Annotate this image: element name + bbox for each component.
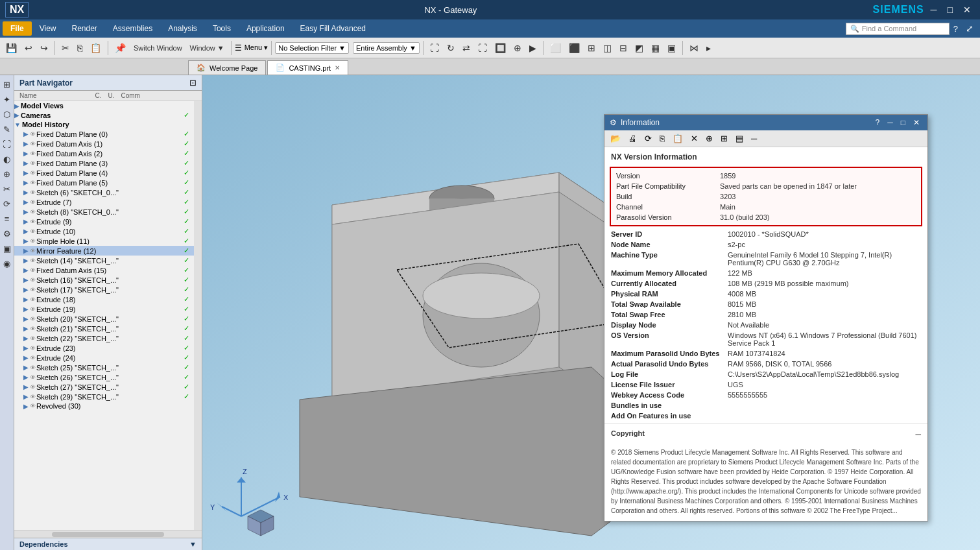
application-menu[interactable]: Application [239,21,293,36]
visibility-icon[interactable]: 👁 [30,228,36,235]
nav-tree-item[interactable]: ▶👁Fixed Datum Plane (3)✓ [14,158,194,168]
sidebar-icon-5[interactable]: ⛶ [0,138,14,151]
info-paste-btn[interactable]: 📋 [669,132,686,145]
find-command-box[interactable]: 🔍 Find a Command [846,23,950,35]
toolbar-btn2[interactable]: ↻ [444,41,458,55]
nav-tree-item[interactable]: ▶👁Fixed Datum Axis (2)✓ [14,149,194,158]
sidebar-icon-9[interactable]: ⟳ [0,197,14,211]
toolbar-btn1[interactable]: ⛶ [427,41,442,55]
nav-tree-item[interactable]: ▶👁Extrude (18)✓ [14,294,194,304]
visibility-icon[interactable]: 👁 [30,296,36,303]
visibility-icon[interactable]: 👁 [30,403,36,409]
visibility-icon[interactable]: 👁 [30,160,36,167]
info-collapse-btn[interactable]: ▤ [732,132,747,145]
info-copy-btn[interactable]: ⎘ [656,132,668,145]
toolbar-switch-window[interactable]: Switch Window [130,42,185,54]
nav-tree-item[interactable]: ▶👁Sketch (22) "SKETCH_..."✓ [14,333,194,343]
copyright-minimize-icon[interactable]: ─ [915,430,921,439]
sidebar-icon-7[interactable]: ⊕ [0,167,14,181]
info-help-button[interactable]: ? [873,117,883,128]
visibility-icon[interactable]: 👁 [30,355,36,361]
welcome-page-tab[interactable]: 🏠 Welcome Page [188,60,266,75]
navigator-scrollbar[interactable] [194,101,202,530]
dependencies-bar[interactable]: Dependencies ▼ [14,538,202,550]
info-zoom-fit-btn[interactable]: ⊕ [702,132,716,145]
file-menu[interactable]: File [3,21,32,36]
view-menu[interactable]: View [32,21,64,36]
visibility-icon[interactable]: 👁 [30,326,36,332]
nav-tree-item[interactable]: ▶👁Fixed Datum Plane (4)✓ [14,168,194,178]
toolbar-display8[interactable]: ▣ [664,41,679,55]
sidebar-icon-8[interactable]: ✂ [0,182,14,196]
sidebar-icon-6[interactable]: ◐ [0,152,14,166]
help-button[interactable]: ? [950,23,962,35]
toolbar-display3[interactable]: ⊞ [584,41,599,55]
toolbar-snap2[interactable]: ⋈ [686,41,702,55]
visibility-icon[interactable]: 👁 [30,150,36,157]
toolbar-btn6[interactable]: ⊕ [510,41,525,55]
visibility-icon[interactable]: 👁 [30,209,36,215]
nav-tree-item[interactable]: ▶👁Fixed Datum Axis (1)✓ [14,139,194,149]
toolbar-display2[interactable]: ⬛ [566,41,583,55]
info-clear-btn[interactable]: ✕ [687,132,701,145]
minimize-button[interactable]: ─ [927,3,941,16]
sidebar-icon-12[interactable]: ▣ [0,242,14,256]
visibility-icon[interactable]: 👁 [30,248,36,254]
toolbar-btn5[interactable]: 🔲 [492,41,509,55]
visibility-icon[interactable]: 👁 [30,394,36,400]
info-refresh-btn[interactable]: ⟳ [641,132,655,145]
nav-tree-item[interactable]: ▶👁Extrude (19)✓ [14,304,194,314]
nav-tree-item[interactable]: ▶👁Extrude (23)✓ [14,343,194,353]
toolbar-snap[interactable]: 📌 [112,41,129,55]
close-button[interactable]: ✕ [959,3,975,16]
nav-tree-item[interactable]: ▶👁Sketch (17) "SKETCH_..."✓ [14,285,194,294]
nav-tree-item[interactable]: ▶👁Fixed Datum Plane (5)✓ [14,178,194,187]
nav-tree-item[interactable]: ▶👁Sketch (16) "SKETCH_..."✓ [14,275,194,285]
toolbar-display4[interactable]: ◫ [600,41,615,55]
viewport[interactable]: X Z Y ⚙ Information ? ─ [202,75,980,550]
toolbar-copy[interactable]: ⎘ [74,41,86,55]
visibility-icon[interactable]: 👁 [30,345,36,352]
nav-tree-item[interactable]: ▶👁Sketch (21) "SKETCH_..."✓ [14,324,194,333]
visibility-icon[interactable]: 👁 [30,238,36,245]
info-maximize-button[interactable]: □ [898,117,908,128]
nav-tree-item[interactable]: ▶👁Sketch (26) "SKETCH_..."✓ [14,372,194,382]
nav-tree-item[interactable]: ▶👁Sketch (6) "SKETCH_0..."✓ [14,187,194,197]
visibility-icon[interactable]: 👁 [30,306,36,313]
visibility-icon[interactable]: 👁 [30,219,36,225]
nav-tree-item[interactable]: ▶👁Extrude (9)✓ [14,217,194,226]
nav-tree-item[interactable]: ▶👁Extrude (10)✓ [14,226,194,236]
tools-menu[interactable]: Tools [205,21,239,36]
tab-close-button[interactable]: ✕ [335,64,340,71]
nav-tree-item[interactable]: ▶👁Extrude (7)✓ [14,197,194,207]
nav-tree-item[interactable]: ▶👁Sketch (20) "SKETCH_..."✓ [14,314,194,324]
toolbar-undo[interactable]: ↩ [21,41,36,55]
toolbar-btn7[interactable]: ▶ [526,41,540,55]
toolbar-redo[interactable]: ↪ [37,41,51,55]
render-menu[interactable]: Render [64,21,104,36]
info-content[interactable]: NX Version Information Version 1859 Part… [604,147,927,521]
nav-tree-item[interactable]: ▶👁Mirror Feature (12)✓ [14,246,194,256]
info-print-btn[interactable]: 🖨 [625,132,640,145]
toolbar-cut[interactable]: ✂ [58,41,73,55]
toolbar-save[interactable]: 💾 [3,41,20,55]
selection-filter-dropdown[interactable]: No Selection Filter ▼ [275,42,349,54]
visibility-icon[interactable]: 👁 [30,170,36,176]
navigator-maximize-icon[interactable]: ⊡ [189,78,197,88]
nav-tree-item[interactable]: ▶👁Simple Hole (11)✓ [14,236,194,246]
visibility-icon[interactable]: 👁 [30,189,36,196]
maximize-button[interactable]: □ [944,3,957,16]
toolbar-btn4[interactable]: ⛶ [475,41,490,55]
toolbar-window[interactable]: Window ▼ [187,42,228,54]
sidebar-icon-4[interactable]: ✎ [0,123,14,136]
info-expand-btn[interactable]: ⊞ [717,132,731,145]
toolbar-btn3[interactable]: ⇄ [459,41,473,55]
sidebar-icon-13[interactable]: ◉ [0,257,14,270]
assembly-dropdown[interactable]: Entire Assembly ▼ [353,42,420,54]
expand-button[interactable]: ⤢ [962,22,977,35]
nav-tree-item[interactable]: ▶👁Sketch (25) "SKETCH_..."✓ [14,363,194,372]
nav-tree-item[interactable]: ▶👁Sketch (27) "SKETCH_..."✓ [14,382,194,392]
visibility-icon[interactable]: 👁 [30,199,36,206]
nav-tree-item[interactable]: ▼Model History [14,120,194,129]
visibility-icon[interactable]: 👁 [30,267,36,274]
